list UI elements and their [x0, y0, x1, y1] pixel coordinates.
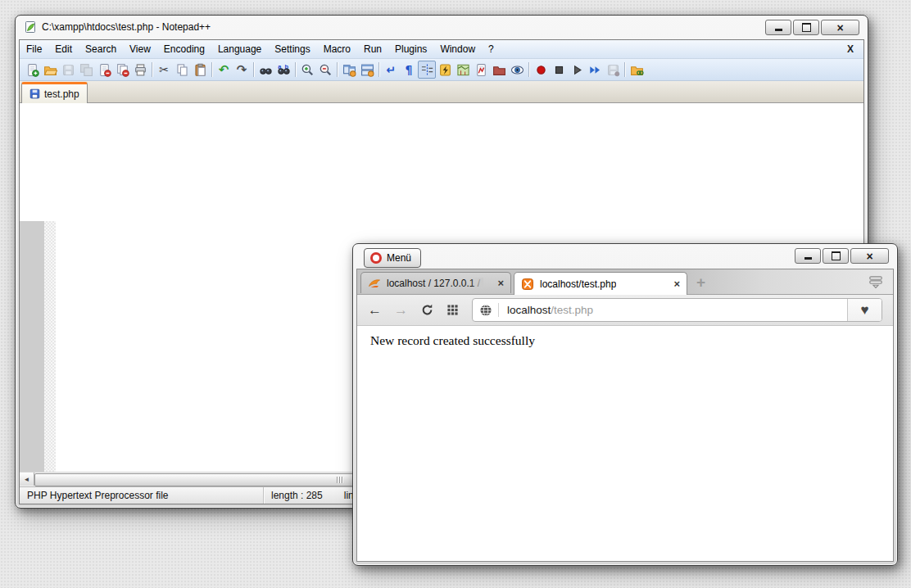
- tab-menu-icon[interactable]: [868, 274, 883, 292]
- back-icon[interactable]: ←: [368, 303, 382, 317]
- npp-menubar-close-button[interactable]: X: [847, 43, 863, 55]
- show-all-chars-icon: ¶: [406, 64, 413, 75]
- url-field[interactable]: localhost/test.php ♥: [472, 298, 882, 322]
- toolbar-close-all-button[interactable]: [113, 61, 131, 79]
- opera-menu-button[interactable]: Menü: [364, 248, 421, 268]
- toolbar-document-map-button[interactable]: [454, 61, 472, 79]
- opera-maximize-button[interactable]: [823, 248, 849, 264]
- toolbar-new-file-button[interactable]: [23, 61, 41, 79]
- macro-stop-icon: [552, 63, 566, 77]
- menu-language[interactable]: Language: [211, 43, 268, 55]
- npp-close-button[interactable]: ×: [821, 20, 859, 35]
- toolbar-redo-button[interactable]: ↷: [233, 61, 251, 79]
- toolbar-replace-button[interactable]: ab: [274, 61, 292, 79]
- gutter-filler: [20, 221, 44, 472]
- new-tab-icon[interactable]: +: [696, 274, 705, 290]
- menu-file[interactable]: File: [20, 43, 48, 55]
- forward-icon[interactable]: →: [394, 303, 408, 317]
- toolbar-separator: [211, 62, 212, 77]
- menu-encoding[interactable]: Encoding: [157, 43, 211, 55]
- toolbar-word-wrap-button[interactable]: ↵: [382, 61, 400, 79]
- toolbar-function-list-button[interactable]: [472, 61, 490, 79]
- macro-play-icon: [570, 63, 584, 77]
- toolbar-macro-stop-button[interactable]: [550, 61, 568, 79]
- scrollbar-left-arrow[interactable]: ◄: [20, 473, 34, 486]
- zoom-in-icon: [301, 63, 315, 77]
- menu-window[interactable]: Window: [433, 43, 482, 55]
- toolbar-macro-run-multiple-button[interactable]: [586, 61, 604, 79]
- open-file-icon: [43, 63, 57, 77]
- toolbar-find-button[interactable]: [256, 61, 274, 79]
- opera-tab-localhost-test[interactable]: localhost/test.php ×: [514, 272, 687, 295]
- url-path: /test.php: [551, 304, 593, 316]
- toolbar-show-all-chars-button[interactable]: ¶: [400, 61, 418, 79]
- macro-run-multiple-icon: [588, 63, 602, 77]
- reload-icon[interactable]: [420, 303, 434, 317]
- find-icon: [259, 63, 273, 77]
- code-line-1: [20, 103, 863, 118]
- npp-titlebar[interactable]: C:\xampp\htdocs\test.php - Notepad++: [16, 16, 868, 38]
- folder-workspace-icon: [492, 63, 506, 77]
- toolbar-indent-guide-button[interactable]: [418, 61, 436, 79]
- menu-plugins[interactable]: Plugins: [388, 43, 433, 55]
- menu-settings[interactable]: Settings: [268, 43, 316, 55]
- saved-file-icon: [29, 88, 40, 99]
- toolbar-macro-save-button[interactable]: [604, 61, 622, 79]
- print-icon: [134, 63, 147, 77]
- npp-tab-label: test.php: [44, 88, 79, 100]
- macro-record-icon: [534, 63, 548, 77]
- opera-logo: [370, 252, 382, 264]
- toolbar-save-all-button[interactable]: [77, 61, 95, 79]
- statusbar-length: length : 285: [271, 490, 323, 501]
- menu-help[interactable]: ?: [482, 43, 501, 55]
- menu-edit[interactable]: Edit: [48, 43, 79, 55]
- toolbar-open-file-button[interactable]: [41, 61, 59, 79]
- open-folder-link-icon: [630, 63, 644, 77]
- menu-macro[interactable]: Macro: [317, 43, 357, 55]
- tab-close-icon[interactable]: ×: [497, 278, 504, 288]
- npp-document-tab[interactable]: test.php: [21, 82, 88, 103]
- menu-view[interactable]: View: [123, 43, 157, 55]
- toolbar-paste-button[interactable]: [191, 61, 209, 79]
- xampp-icon: [521, 278, 534, 291]
- toolbar-sync-vertical-button[interactable]: [340, 61, 358, 79]
- npp-minimize-button[interactable]: [765, 20, 791, 35]
- opera-page-content: New record created successfully: [357, 326, 893, 561]
- toolbar-undo-button[interactable]: ↶: [215, 61, 233, 79]
- npp-maximize-button[interactable]: [793, 20, 819, 35]
- toolbar-macro-play-button[interactable]: [568, 61, 586, 79]
- speed-dial-icon[interactable]: [446, 304, 459, 316]
- toolbar-macro-record-button[interactable]: [532, 61, 550, 79]
- sync-horizontal-icon: [360, 63, 374, 77]
- toolbar-sync-horizontal-button[interactable]: [358, 61, 376, 79]
- opera-tab-label: localhost/test.php: [540, 278, 616, 290]
- cut-icon: ✂: [159, 64, 169, 75]
- code-line-5: [20, 162, 863, 177]
- toolbar-folder-workspace-button[interactable]: [490, 61, 508, 79]
- toolbar-copy-button[interactable]: [173, 61, 191, 79]
- save-icon: [61, 63, 75, 77]
- close-icon: ×: [836, 22, 843, 34]
- toolbar-print-button[interactable]: [131, 61, 149, 79]
- heart-icon[interactable]: ♥: [847, 299, 882, 321]
- toolbar-monitoring-eye-button[interactable]: [508, 61, 526, 79]
- toolbar-user-defined-language-button[interactable]: [436, 61, 454, 79]
- zoom-out-icon: [319, 63, 333, 77]
- close-file-icon: [97, 63, 111, 77]
- toolbar-cut-button[interactable]: ✂: [155, 61, 173, 79]
- opera-tab-phpmyadmin[interactable]: localhost / 127.0.0.1 / test ×: [360, 272, 511, 293]
- tab-close-icon[interactable]: ×: [673, 278, 680, 289]
- toolbar-close-file-button[interactable]: [95, 61, 113, 79]
- toolbar-open-folder-link-button[interactable]: [628, 61, 646, 79]
- toolbar-zoom-in-button[interactable]: [298, 61, 316, 79]
- monitoring-eye-icon: [510, 63, 524, 77]
- toolbar-separator: [378, 62, 379, 77]
- opera-close-button[interactable]: ×: [850, 248, 889, 264]
- toolbar-save-button[interactable]: [59, 61, 77, 79]
- opera-tabstrip: localhost / 127.0.0.1 / test × localhost…: [357, 269, 893, 295]
- opera-minimize-button[interactable]: [795, 248, 821, 264]
- toolbar-zoom-out-button[interactable]: [316, 61, 334, 79]
- menu-run[interactable]: Run: [357, 43, 388, 55]
- phpmyadmin-icon: [368, 277, 381, 290]
- menu-search[interactable]: Search: [79, 43, 123, 55]
